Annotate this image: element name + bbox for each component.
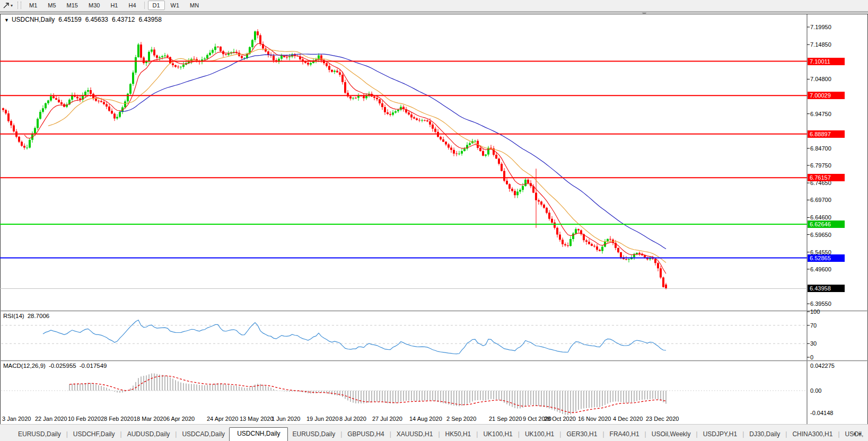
- rsi-title: RSI(14): [3, 313, 24, 319]
- high-value: 6.45633: [85, 16, 108, 23]
- price-axis-tick-label: 6.59650: [810, 232, 831, 238]
- symbol-tab-usdjpy-h1[interactable]: USDJPY,H1: [699, 428, 741, 441]
- tab-separator: |: [559, 430, 561, 441]
- price-axis-tick-label: 6.39550: [810, 301, 831, 307]
- toolbar-divider: [144, 2, 145, 9]
- tab-separator: |: [518, 430, 520, 441]
- tab-separator: |: [838, 430, 839, 441]
- macd-signal-value: -0.017549: [80, 363, 107, 369]
- price-axis-tick-label: 6.64600: [810, 214, 831, 220]
- tab-scroll-right-icon[interactable]: ▸: [859, 430, 865, 436]
- timeframe-button-m1[interactable]: M1: [24, 1, 42, 10]
- price-axis-tick-label: 7.19950: [810, 24, 831, 30]
- date-axis-label: 27 Jul 2020: [372, 416, 402, 422]
- symbol-tabs: EURUSD,Daily|USDCHF,Daily|AUDUSD,Daily|U…: [14, 427, 867, 441]
- toolbar-grip: [17, 2, 21, 9]
- symbol-tab-usdcad-daily[interactable]: USDCAD,Daily: [178, 428, 229, 441]
- symbol-tab-xauusd-h1[interactable]: XAUUSD,H1: [392, 428, 437, 441]
- date-axis-label: 8 Jul 2020: [339, 416, 366, 422]
- tab-separator: |: [476, 430, 478, 441]
- chart-symbol-label: USDCNH,Daily: [12, 16, 55, 23]
- price-level-badge: 6.52865: [808, 254, 845, 262]
- tab-separator: |: [66, 430, 68, 441]
- date-axis-label: 24 Apr 2020: [207, 416, 238, 422]
- price-level-badge: 7.10011: [808, 58, 845, 65]
- rsi-axis-label: 30: [810, 340, 817, 347]
- timeframe-button-h1[interactable]: H1: [106, 1, 122, 10]
- rsi-axis-label: 70: [810, 322, 817, 329]
- date-axis-label: 22 Jan 2020: [35, 416, 67, 422]
- cursor-arrow-icon[interactable]: [2, 1, 10, 10]
- timeframe-button-mn[interactable]: MN: [185, 1, 204, 10]
- date-axis-label: 28 Feb 2020: [101, 416, 134, 422]
- tab-separator: |: [340, 430, 342, 441]
- date-axis-label: 23 Dec 2020: [646, 416, 679, 422]
- symbol-tab-uk100-h1[interactable]: UK100,H1: [521, 428, 558, 441]
- tab-separator: |: [696, 430, 698, 441]
- price-level-badge: 6.88897: [808, 130, 845, 138]
- tab-separator: |: [438, 430, 440, 441]
- date-axis-label: 13 May 2020: [240, 416, 274, 422]
- date-axis-label: 4 Dec 2020: [613, 416, 643, 422]
- symbol-tab-audusd-daily[interactable]: AUDUSD,Daily: [123, 428, 174, 441]
- rsi-panel-label: RSI(14)28.7006: [3, 313, 49, 319]
- date-axis-label: 1 Jun 2020: [271, 416, 300, 422]
- price-level-badge: 6.76157: [808, 174, 845, 181]
- macd-axis-label: 0.042275: [810, 363, 835, 369]
- macd-axis-label: 0.00: [810, 387, 821, 394]
- symbol-tabs-bar: EURUSD,Daily|USDCHF,Daily|AUDUSD,Daily|U…: [0, 424, 868, 441]
- macd-panel-label: MACD(12,26,9)-0.025955-0.017549: [3, 363, 107, 369]
- timeframe-button-w1[interactable]: W1: [166, 1, 185, 10]
- chart-window: [0, 14, 868, 425]
- symbol-tab-gbpusd-h4[interactable]: GBPUSD,H4: [343, 428, 388, 441]
- timeframe-buttons: M1M5M15M30H1H4D1W1MN: [24, 1, 204, 10]
- rsi-value: 28.7006: [28, 313, 50, 319]
- tab-scroll-arrows: ◂▸: [853, 430, 865, 436]
- rsi-axis-label: 100: [810, 308, 820, 315]
- collapse-arrow-icon[interactable]: ▼: [4, 17, 9, 23]
- date-axis-label: 10 Feb 2020: [68, 416, 101, 422]
- tab-separator: |: [120, 430, 122, 441]
- timeframe-button-m15[interactable]: M15: [62, 1, 83, 10]
- timeframe-button-d1[interactable]: D1: [148, 1, 165, 10]
- date-axis-label: 28 Oct 2020: [544, 416, 576, 422]
- tab-separator: |: [390, 430, 391, 441]
- low-value: 6.43712: [112, 16, 135, 23]
- price-axis-tick-label: 6.49600: [810, 266, 831, 272]
- symbol-tab-eurusd-daily[interactable]: EURUSD,Daily: [288, 428, 339, 441]
- tab-scroll-left-icon[interactable]: ◂: [853, 430, 859, 436]
- date-axis-label: 19 Jun 2020: [306, 416, 339, 422]
- price-axis-tick-label: 6.79750: [810, 162, 831, 169]
- symbol-tab-ger30-h1[interactable]: GER30,H1: [562, 428, 601, 441]
- symbol-tab-hk50-h1[interactable]: HK50,H1: [441, 428, 476, 441]
- open-value: 6.45159: [58, 16, 81, 23]
- timeframe-button-m30[interactable]: M30: [84, 1, 104, 10]
- symbol-tab-china300-h1[interactable]: CHINA300,H1: [788, 428, 837, 441]
- symbol-tab-eurusd-daily[interactable]: EURUSD,Daily: [14, 428, 65, 441]
- timeframe-toolbar: ▾ M1M5M15M30H1H4D1W1MN: [0, 0, 868, 11]
- tab-separator: |: [645, 430, 646, 441]
- symbol-tab-uk100-h1[interactable]: UK100,H1: [479, 428, 516, 441]
- macd-main-value: -0.025955: [49, 363, 76, 369]
- symbol-tab-usdcnh-daily[interactable]: USDCNH,Daily: [229, 427, 288, 441]
- tab-separator: |: [742, 430, 744, 441]
- price-level-badge: 7.00029: [808, 92, 845, 99]
- chart-scrollbar[interactable]: [0, 11, 868, 13]
- symbol-tab-usoil-weekly[interactable]: USOil,Weekly: [647, 428, 695, 441]
- timeframe-button-m5[interactable]: M5: [43, 1, 60, 10]
- date-axis-label: 16 Nov 2020: [578, 416, 611, 422]
- price-axis-tick-label: 7.04800: [810, 76, 831, 82]
- price-axis-tick-label: 6.94750: [810, 111, 831, 117]
- date-axis-label: 21 Sep 2020: [489, 416, 522, 422]
- date-axis-label: 2 Sep 2020: [446, 416, 476, 422]
- symbol-tab-dj30-daily[interactable]: DJ30,Daily: [745, 428, 784, 441]
- timeframe-button-h4[interactable]: H4: [124, 1, 141, 10]
- symbol-tab-usdchf-daily[interactable]: USDCHF,Daily: [69, 428, 119, 441]
- chevron-down-icon[interactable]: ▾: [11, 3, 13, 8]
- symbol-tab-fra40-h1[interactable]: FRA40,H1: [606, 428, 644, 441]
- tab-separator: |: [175, 430, 177, 441]
- price-level-badge: 6.62646: [808, 220, 845, 228]
- date-axis-label: 6 Apr 2020: [166, 416, 195, 422]
- rsi-axis-label: 0: [810, 354, 813, 360]
- mt4-window: ▾ M1M5M15M30H1H4D1W1MN ▼USDCNH,Daily6.45…: [0, 0, 868, 441]
